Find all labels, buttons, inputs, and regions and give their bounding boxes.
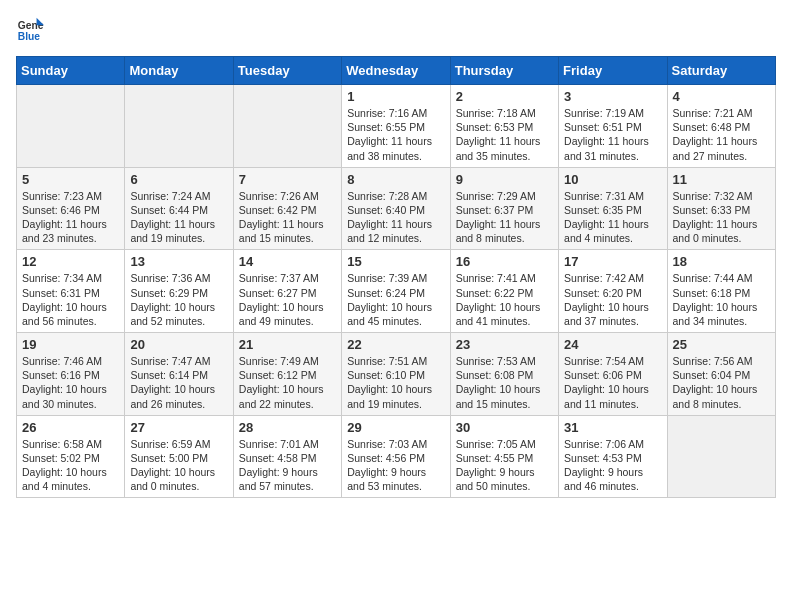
day-info: Sunrise: 7:31 AM Sunset: 6:35 PM Dayligh… [564, 190, 649, 245]
calendar-cell: 18Sunrise: 7:44 AM Sunset: 6:18 PM Dayli… [667, 250, 775, 333]
day-info: Sunrise: 6:59 AM Sunset: 5:00 PM Dayligh… [130, 438, 215, 493]
day-info: Sunrise: 7:37 AM Sunset: 6:27 PM Dayligh… [239, 272, 324, 327]
day-number: 18 [673, 254, 770, 269]
day-number: 1 [347, 89, 444, 104]
day-number: 8 [347, 172, 444, 187]
calendar-cell: 26Sunrise: 6:58 AM Sunset: 5:02 PM Dayli… [17, 415, 125, 498]
day-number: 11 [673, 172, 770, 187]
calendar-cell: 21Sunrise: 7:49 AM Sunset: 6:12 PM Dayli… [233, 333, 341, 416]
day-number: 13 [130, 254, 227, 269]
logo-icon: General Blue [16, 16, 44, 44]
calendar-cell [17, 85, 125, 168]
day-number: 2 [456, 89, 553, 104]
day-number: 17 [564, 254, 661, 269]
weekday-header-friday: Friday [559, 57, 667, 85]
calendar-table: SundayMondayTuesdayWednesdayThursdayFrid… [16, 56, 776, 498]
day-number: 5 [22, 172, 119, 187]
day-info: Sunrise: 7:03 AM Sunset: 4:56 PM Dayligh… [347, 438, 427, 493]
day-number: 25 [673, 337, 770, 352]
calendar-cell [233, 85, 341, 168]
calendar-week-row: 26Sunrise: 6:58 AM Sunset: 5:02 PM Dayli… [17, 415, 776, 498]
calendar-cell: 28Sunrise: 7:01 AM Sunset: 4:58 PM Dayli… [233, 415, 341, 498]
day-info: Sunrise: 7:05 AM Sunset: 4:55 PM Dayligh… [456, 438, 536, 493]
day-info: Sunrise: 7:23 AM Sunset: 6:46 PM Dayligh… [22, 190, 107, 245]
day-number: 14 [239, 254, 336, 269]
calendar-cell: 16Sunrise: 7:41 AM Sunset: 6:22 PM Dayli… [450, 250, 558, 333]
weekday-header-tuesday: Tuesday [233, 57, 341, 85]
calendar-cell: 15Sunrise: 7:39 AM Sunset: 6:24 PM Dayli… [342, 250, 450, 333]
calendar-cell [125, 85, 233, 168]
calendar-cell: 9Sunrise: 7:29 AM Sunset: 6:37 PM Daylig… [450, 167, 558, 250]
day-number: 7 [239, 172, 336, 187]
calendar-cell: 4Sunrise: 7:21 AM Sunset: 6:48 PM Daylig… [667, 85, 775, 168]
calendar-cell: 23Sunrise: 7:53 AM Sunset: 6:08 PM Dayli… [450, 333, 558, 416]
calendar-cell: 29Sunrise: 7:03 AM Sunset: 4:56 PM Dayli… [342, 415, 450, 498]
day-info: Sunrise: 7:54 AM Sunset: 6:06 PM Dayligh… [564, 355, 649, 410]
day-number: 19 [22, 337, 119, 352]
logo: General Blue [16, 16, 44, 44]
day-info: Sunrise: 7:32 AM Sunset: 6:33 PM Dayligh… [673, 190, 758, 245]
calendar-cell: 12Sunrise: 7:34 AM Sunset: 6:31 PM Dayli… [17, 250, 125, 333]
day-number: 27 [130, 420, 227, 435]
day-info: Sunrise: 7:24 AM Sunset: 6:44 PM Dayligh… [130, 190, 215, 245]
weekday-header-saturday: Saturday [667, 57, 775, 85]
day-number: 29 [347, 420, 444, 435]
calendar-cell: 3Sunrise: 7:19 AM Sunset: 6:51 PM Daylig… [559, 85, 667, 168]
day-number: 6 [130, 172, 227, 187]
calendar-cell: 6Sunrise: 7:24 AM Sunset: 6:44 PM Daylig… [125, 167, 233, 250]
calendar-cell: 27Sunrise: 6:59 AM Sunset: 5:00 PM Dayli… [125, 415, 233, 498]
day-number: 21 [239, 337, 336, 352]
calendar-cell: 25Sunrise: 7:56 AM Sunset: 6:04 PM Dayli… [667, 333, 775, 416]
day-info: Sunrise: 7:42 AM Sunset: 6:20 PM Dayligh… [564, 272, 649, 327]
calendar-cell: 5Sunrise: 7:23 AM Sunset: 6:46 PM Daylig… [17, 167, 125, 250]
day-number: 26 [22, 420, 119, 435]
calendar-week-row: 1Sunrise: 7:16 AM Sunset: 6:55 PM Daylig… [17, 85, 776, 168]
day-info: Sunrise: 7:44 AM Sunset: 6:18 PM Dayligh… [673, 272, 758, 327]
day-number: 22 [347, 337, 444, 352]
day-info: Sunrise: 7:47 AM Sunset: 6:14 PM Dayligh… [130, 355, 215, 410]
calendar-cell: 31Sunrise: 7:06 AM Sunset: 4:53 PM Dayli… [559, 415, 667, 498]
calendar-cell: 24Sunrise: 7:54 AM Sunset: 6:06 PM Dayli… [559, 333, 667, 416]
day-info: Sunrise: 6:58 AM Sunset: 5:02 PM Dayligh… [22, 438, 107, 493]
day-number: 12 [22, 254, 119, 269]
weekday-header-wednesday: Wednesday [342, 57, 450, 85]
day-number: 24 [564, 337, 661, 352]
day-info: Sunrise: 7:16 AM Sunset: 6:55 PM Dayligh… [347, 107, 432, 162]
day-info: Sunrise: 7:19 AM Sunset: 6:51 PM Dayligh… [564, 107, 649, 162]
day-info: Sunrise: 7:01 AM Sunset: 4:58 PM Dayligh… [239, 438, 319, 493]
day-number: 31 [564, 420, 661, 435]
calendar-week-row: 19Sunrise: 7:46 AM Sunset: 6:16 PM Dayli… [17, 333, 776, 416]
calendar-cell: 2Sunrise: 7:18 AM Sunset: 6:53 PM Daylig… [450, 85, 558, 168]
calendar-cell: 19Sunrise: 7:46 AM Sunset: 6:16 PM Dayli… [17, 333, 125, 416]
day-info: Sunrise: 7:06 AM Sunset: 4:53 PM Dayligh… [564, 438, 644, 493]
day-number: 23 [456, 337, 553, 352]
weekday-header-sunday: Sunday [17, 57, 125, 85]
day-info: Sunrise: 7:51 AM Sunset: 6:10 PM Dayligh… [347, 355, 432, 410]
day-info: Sunrise: 7:36 AM Sunset: 6:29 PM Dayligh… [130, 272, 215, 327]
day-info: Sunrise: 7:46 AM Sunset: 6:16 PM Dayligh… [22, 355, 107, 410]
calendar-cell: 14Sunrise: 7:37 AM Sunset: 6:27 PM Dayli… [233, 250, 341, 333]
day-info: Sunrise: 7:29 AM Sunset: 6:37 PM Dayligh… [456, 190, 541, 245]
calendar-cell: 8Sunrise: 7:28 AM Sunset: 6:40 PM Daylig… [342, 167, 450, 250]
day-number: 30 [456, 420, 553, 435]
day-info: Sunrise: 7:21 AM Sunset: 6:48 PM Dayligh… [673, 107, 758, 162]
calendar-cell: 1Sunrise: 7:16 AM Sunset: 6:55 PM Daylig… [342, 85, 450, 168]
calendar-cell: 11Sunrise: 7:32 AM Sunset: 6:33 PM Dayli… [667, 167, 775, 250]
calendar-cell: 13Sunrise: 7:36 AM Sunset: 6:29 PM Dayli… [125, 250, 233, 333]
calendar-cell: 7Sunrise: 7:26 AM Sunset: 6:42 PM Daylig… [233, 167, 341, 250]
calendar-week-row: 12Sunrise: 7:34 AM Sunset: 6:31 PM Dayli… [17, 250, 776, 333]
day-info: Sunrise: 7:56 AM Sunset: 6:04 PM Dayligh… [673, 355, 758, 410]
calendar-cell: 10Sunrise: 7:31 AM Sunset: 6:35 PM Dayli… [559, 167, 667, 250]
day-number: 28 [239, 420, 336, 435]
day-info: Sunrise: 7:49 AM Sunset: 6:12 PM Dayligh… [239, 355, 324, 410]
day-number: 10 [564, 172, 661, 187]
day-info: Sunrise: 7:41 AM Sunset: 6:22 PM Dayligh… [456, 272, 541, 327]
weekday-header-monday: Monday [125, 57, 233, 85]
weekday-header-row: SundayMondayTuesdayWednesdayThursdayFrid… [17, 57, 776, 85]
calendar-cell: 20Sunrise: 7:47 AM Sunset: 6:14 PM Dayli… [125, 333, 233, 416]
day-info: Sunrise: 7:28 AM Sunset: 6:40 PM Dayligh… [347, 190, 432, 245]
calendar-cell [667, 415, 775, 498]
page-header: General Blue [16, 16, 776, 44]
day-number: 16 [456, 254, 553, 269]
calendar-cell: 22Sunrise: 7:51 AM Sunset: 6:10 PM Dayli… [342, 333, 450, 416]
